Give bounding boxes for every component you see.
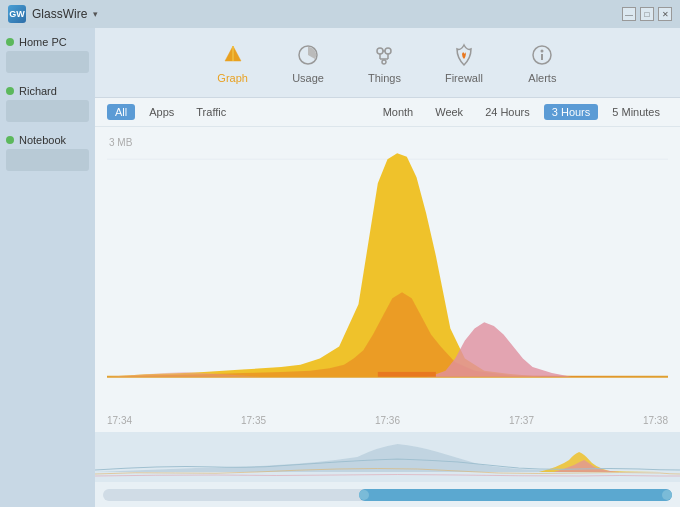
status-dot-richard — [6, 87, 14, 95]
app-title: GlassWire — [32, 7, 87, 21]
filter-time-buttons: Month Week 24 Hours 3 Hours 5 Minutes — [375, 104, 668, 120]
sidebar-text-richard: Richard — [19, 85, 57, 97]
sidebar-label-richard: Richard — [6, 85, 89, 97]
main-chart-svg — [107, 135, 668, 413]
filter-all-button[interactable]: All — [107, 104, 135, 120]
close-button[interactable]: ✕ — [658, 7, 672, 21]
time-label-4: 17:38 — [643, 415, 668, 426]
sidebar-label-notebook: Notebook — [6, 134, 89, 146]
time-label-3: 17:37 — [509, 415, 534, 426]
mini-chart-area — [95, 432, 680, 507]
sidebar-label-homepc: Home PC — [6, 36, 89, 48]
sidebar-text-homepc: Home PC — [19, 36, 67, 48]
filter-apps-button[interactable]: Apps — [141, 104, 182, 120]
scrollbar-thumb-left[interactable] — [359, 490, 369, 500]
time-5m-button[interactable]: 5 Minutes — [604, 104, 668, 120]
scrollbar-container[interactable] — [103, 489, 672, 501]
title-bar-left: GW GlassWire ▾ — [8, 5, 98, 23]
filter-traffic-button[interactable]: Traffic — [188, 104, 234, 120]
firewall-icon — [452, 42, 476, 68]
things-icon — [372, 42, 396, 68]
nav-item-firewall[interactable]: Firewall — [433, 34, 495, 92]
nav-item-graph[interactable]: Graph — [205, 34, 260, 92]
mini-chart-svg — [95, 432, 680, 482]
time-labels: 17:34 17:35 17:36 17:37 17:38 — [95, 413, 680, 428]
time-3h-button[interactable]: 3 Hours — [544, 104, 599, 120]
alerts-icon — [530, 42, 554, 68]
svg-rect-16 — [378, 372, 436, 377]
status-dot-notebook — [6, 136, 14, 144]
sidebar-item-richard[interactable]: Richard — [6, 85, 89, 122]
title-dropdown-icon[interactable]: ▾ — [93, 9, 98, 19]
title-bar: GW GlassWire ▾ — □ ✕ — [0, 0, 680, 28]
sidebar-text-notebook: Notebook — [19, 134, 66, 146]
nav-label-graph: Graph — [217, 72, 248, 84]
filter-type-buttons: All Apps Traffic — [107, 104, 367, 120]
window-controls: — □ ✕ — [622, 7, 672, 21]
minimize-button[interactable]: — — [622, 7, 636, 21]
time-label-1: 17:35 — [241, 415, 266, 426]
nav-bar: Graph Usage — [95, 28, 680, 98]
sidebar: Home PC Richard Notebook — [0, 28, 95, 507]
status-dot-homepc — [6, 38, 14, 46]
svg-point-3 — [377, 48, 383, 54]
nav-item-alerts[interactable]: Alerts — [515, 34, 570, 92]
filter-bar: All Apps Traffic Month Week 24 Hours 3 H… — [95, 98, 680, 127]
app-window: GW GlassWire ▾ — □ ✕ Home PC Richard — [0, 0, 680, 507]
svg-point-11 — [541, 49, 544, 52]
svg-point-4 — [385, 48, 391, 54]
scrollbar-thumb-right[interactable] — [662, 490, 672, 500]
time-week-button[interactable]: Week — [427, 104, 471, 120]
sidebar-bar-homepc — [6, 51, 89, 73]
sidebar-item-homepc[interactable]: Home PC — [6, 36, 89, 73]
graph-icon — [221, 42, 245, 68]
main-content: Home PC Richard Notebook — [0, 28, 680, 507]
right-panel: Graph Usage — [95, 28, 680, 507]
time-label-2: 17:36 — [375, 415, 400, 426]
nav-item-usage[interactable]: Usage — [280, 34, 336, 92]
nav-label-firewall: Firewall — [445, 72, 483, 84]
time-label-0: 17:34 — [107, 415, 132, 426]
nav-label-usage: Usage — [292, 72, 324, 84]
maximize-button[interactable]: □ — [640, 7, 654, 21]
nav-label-things: Things — [368, 72, 401, 84]
app-logo: GW — [8, 5, 26, 23]
nav-label-alerts: Alerts — [528, 72, 556, 84]
sidebar-item-notebook[interactable]: Notebook — [6, 134, 89, 171]
chart-y-label: 3 MB — [109, 137, 132, 148]
time-month-button[interactable]: Month — [375, 104, 422, 120]
scrollbar-track — [359, 489, 672, 501]
time-24h-button[interactable]: 24 Hours — [477, 104, 538, 120]
usage-icon — [296, 42, 320, 68]
main-chart-area: 3 MB — [95, 127, 680, 413]
sidebar-bar-richard — [6, 100, 89, 122]
svg-point-9 — [382, 60, 386, 64]
sidebar-bar-notebook — [6, 149, 89, 171]
nav-item-things[interactable]: Things — [356, 34, 413, 92]
